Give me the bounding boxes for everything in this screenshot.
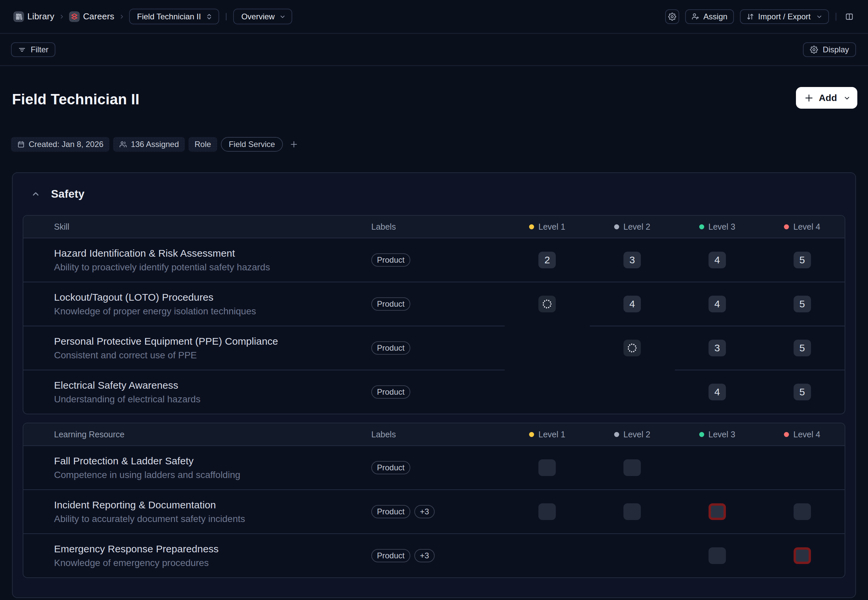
row-description: Understanding of electrical hazards bbox=[54, 394, 201, 405]
level-2-dot bbox=[614, 224, 619, 229]
breadcrumb-item-library[interactable]: Library bbox=[13, 11, 55, 22]
import-export-button[interactable]: Import / Export bbox=[740, 9, 829, 24]
level-empty-badge bbox=[623, 459, 641, 476]
table-row[interactable]: Electrical Safety AwarenessUnderstanding… bbox=[23, 370, 845, 414]
page-title: Field Technician II bbox=[12, 91, 140, 108]
import-export-label: Import / Export bbox=[758, 12, 811, 21]
level-3-cell[interactable]: 3 bbox=[675, 326, 760, 370]
chevron-right-icon bbox=[119, 14, 125, 19]
level-pending-badge bbox=[623, 340, 641, 356]
row-name-cell: Lockout/Tagout (LOTO) ProceduresKnowledg… bbox=[23, 282, 371, 326]
level-1-dot bbox=[529, 224, 534, 229]
level-value-badge: 4 bbox=[708, 252, 726, 268]
level-value-badge: 3 bbox=[623, 252, 641, 268]
level-4-cell[interactable] bbox=[760, 445, 845, 489]
collapse-section-button[interactable] bbox=[29, 188, 42, 200]
row-title: Emergency Response Preparedness bbox=[54, 543, 219, 555]
level-4-label: Level 4 bbox=[793, 430, 820, 439]
level-2-cell[interactable]: 4 bbox=[590, 282, 675, 326]
level-4-cell[interactable]: 5 bbox=[760, 370, 845, 414]
level-value-badge: 4 bbox=[623, 295, 641, 312]
level-1-cell[interactable] bbox=[505, 326, 590, 370]
row-name-cell: Electrical Safety AwarenessUnderstanding… bbox=[23, 370, 371, 414]
level-value-badge: 5 bbox=[794, 252, 811, 268]
chevron-down-icon bbox=[279, 13, 286, 20]
panel-columns-icon bbox=[845, 12, 854, 21]
filter-bar: Filter Display bbox=[0, 34, 868, 66]
level-3-cell[interactable]: 4 bbox=[675, 282, 760, 326]
level-3-cell[interactable] bbox=[675, 533, 760, 577]
row-name-cell: Fall Protection & Ladder SafetyCompetenc… bbox=[23, 445, 371, 489]
resources-name-column-header: Learning Resource bbox=[23, 423, 371, 445]
breadcrumb-item-careers[interactable]: Careers bbox=[69, 11, 114, 22]
level-1-cell[interactable] bbox=[505, 445, 590, 489]
level-1-cell[interactable] bbox=[505, 282, 590, 326]
add-button[interactable]: Add bbox=[796, 87, 857, 109]
level-1-cell[interactable]: 2 bbox=[505, 238, 590, 282]
level-3-cell[interactable] bbox=[675, 445, 760, 489]
row-title: Fall Protection & Ladder Safety bbox=[54, 455, 193, 467]
level-1-column-header: Level 1 bbox=[505, 216, 590, 238]
settings-button[interactable] bbox=[665, 9, 679, 24]
row-labels-cell: Product bbox=[371, 370, 505, 414]
skills-name-column-header: Skill bbox=[23, 216, 371, 238]
entity-select[interactable]: Field Technician II bbox=[129, 9, 219, 24]
view-select[interactable]: Overview bbox=[233, 9, 292, 24]
level-4-cell[interactable] bbox=[760, 489, 845, 533]
level-1-cell[interactable] bbox=[505, 370, 590, 414]
level-4-cell[interactable]: 5 bbox=[760, 326, 845, 370]
level-1-cell[interactable] bbox=[505, 489, 590, 533]
assign-button[interactable]: Assign bbox=[685, 9, 734, 24]
level-2-cell[interactable] bbox=[590, 370, 675, 414]
row-description: Competence in using ladders and scaffold… bbox=[54, 470, 240, 480]
display-button[interactable]: Display bbox=[803, 42, 856, 57]
table-row[interactable]: Hazard Identification & Risk AssessmentA… bbox=[23, 238, 845, 282]
gear-icon bbox=[668, 13, 676, 21]
table-row[interactable]: Fall Protection & Ladder SafetyCompetenc… bbox=[23, 445, 845, 489]
breadcrumb-careers-label: Careers bbox=[83, 11, 114, 22]
level-2-cell[interactable] bbox=[590, 489, 675, 533]
label-pill: Product bbox=[371, 385, 410, 398]
table-row[interactable]: Emergency Response PreparednessKnowledge… bbox=[23, 533, 845, 577]
level-empty-badge bbox=[538, 503, 556, 520]
careers-icon bbox=[69, 11, 80, 22]
level-1-cell[interactable] bbox=[505, 533, 590, 577]
table-row[interactable]: Lockout/Tagout (LOTO) ProceduresKnowledg… bbox=[23, 282, 845, 326]
user-plus-icon bbox=[692, 13, 699, 21]
level-target-badge bbox=[708, 503, 726, 520]
assigned-pill: 136 Assigned bbox=[113, 137, 185, 152]
level-3-cell[interactable] bbox=[675, 489, 760, 533]
section-tables: SkillLabelsLevel 1Level 2Level 3Level 4H… bbox=[23, 215, 845, 578]
label-pill: Product bbox=[371, 253, 410, 267]
level-2-cell[interactable]: 3 bbox=[590, 238, 675, 282]
level-4-label: Level 4 bbox=[793, 222, 820, 232]
category-tag-pill[interactable]: Field Service bbox=[221, 137, 283, 152]
type-tag-pill[interactable]: Role bbox=[188, 137, 217, 152]
section-header: Safety bbox=[23, 173, 845, 215]
level-4-cell[interactable]: 5 bbox=[760, 238, 845, 282]
section-title: Safety bbox=[51, 188, 84, 200]
topbar-actions: Assign Import / Export bbox=[665, 9, 856, 24]
label-pill: Product bbox=[371, 549, 410, 562]
add-tag-button[interactable] bbox=[289, 140, 299, 149]
level-3-cell[interactable]: 4 bbox=[675, 370, 760, 414]
level-2-dot bbox=[614, 432, 619, 437]
display-button-label: Display bbox=[822, 45, 849, 55]
level-4-cell[interactable] bbox=[760, 533, 845, 577]
level-2-cell[interactable] bbox=[590, 533, 675, 577]
side-panel-toggle[interactable] bbox=[843, 10, 856, 23]
level-2-cell[interactable] bbox=[590, 445, 675, 489]
label-pill: Product bbox=[371, 461, 410, 474]
level-4-cell[interactable]: 5 bbox=[760, 282, 845, 326]
filter-button-label: Filter bbox=[31, 45, 49, 55]
level-3-cell[interactable]: 4 bbox=[675, 238, 760, 282]
row-name-cell: Personal Protective Equipment (PPE) Comp… bbox=[23, 326, 371, 370]
level-2-cell[interactable] bbox=[590, 326, 675, 370]
top-bar: Library Careers Field Technician II bbox=[0, 0, 868, 34]
table-row[interactable]: Incident Reporting & DocumentationAbilit… bbox=[23, 489, 845, 533]
gear-icon bbox=[810, 45, 818, 54]
level-1-label: Level 1 bbox=[538, 222, 565, 232]
level-4-dot bbox=[784, 432, 789, 437]
filter-button[interactable]: Filter bbox=[11, 42, 55, 57]
table-row[interactable]: Personal Protective Equipment (PPE) Comp… bbox=[23, 326, 845, 370]
